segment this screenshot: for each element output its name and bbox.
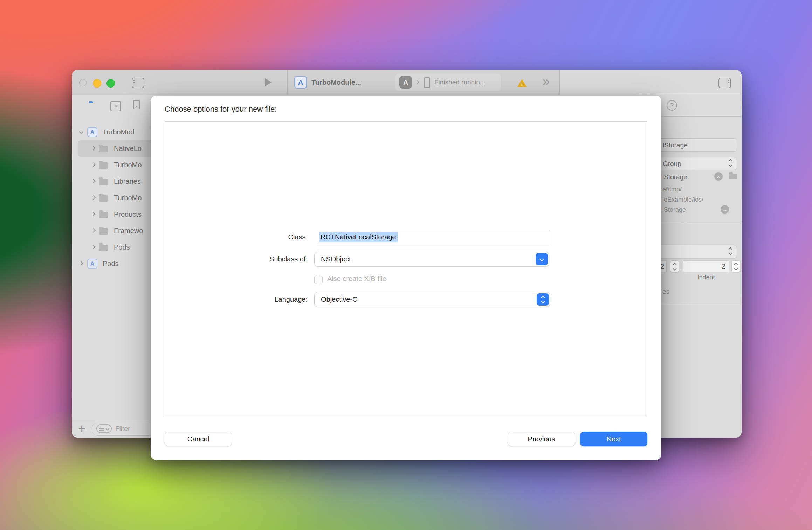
double-chevron-icon[interactable]: »: [543, 74, 550, 89]
run-play-icon[interactable]: [265, 78, 272, 86]
updown-chevrons-icon: [729, 160, 732, 166]
language-value: Objective-C: [321, 292, 357, 307]
folder-icon: [99, 212, 108, 218]
folder-icon: [99, 162, 108, 169]
xcode-project-icon: A: [87, 259, 97, 269]
inspector-panel: ? lStorage Group lStorage × ef/tmp/ leEx…: [654, 95, 742, 438]
inspector-path: ef/tmp/ leExample/ios/ lStorage: [662, 184, 703, 215]
scheme-app-icon: A: [399, 76, 412, 89]
chevron-right-icon[interactable]: [91, 228, 96, 233]
folder-icon: [99, 146, 108, 152]
xib-checkbox-label: Also create XIB file: [327, 275, 386, 283]
chevron-right-icon[interactable]: [91, 245, 96, 249]
zoom-button[interactable]: [106, 79, 115, 88]
subclass-value: NSObject: [321, 252, 351, 266]
cancel-button[interactable]: Cancel: [165, 432, 232, 446]
folder-icon: [99, 228, 108, 235]
dialog-content-box: Class: RCTNativeLocalStorage Subclass of…: [165, 121, 647, 417]
xcode-project-icon: A: [87, 127, 97, 137]
folder-icon: [99, 245, 108, 251]
add-button[interactable]: +: [78, 422, 85, 435]
wraps-partial-text: es: [662, 288, 669, 295]
divider: [654, 116, 742, 117]
chevron-down-icon[interactable]: [79, 130, 83, 134]
dialog-title: Choose options for your new file:: [165, 105, 277, 114]
reveal-arrow-icon[interactable]: →: [721, 205, 729, 214]
scheme-status-pill[interactable]: A Finished runnin...: [395, 74, 501, 91]
tab-x-square-icon[interactable]: ×: [110, 101, 121, 111]
indent-field[interactable]: 2: [683, 260, 729, 272]
inspector-toggle-icon[interactable]: [718, 78, 731, 88]
folder-icon: [99, 179, 108, 185]
divider: [654, 223, 742, 223]
language-popup[interactable]: Objective-C: [314, 292, 550, 307]
help-icon[interactable]: ?: [667, 100, 677, 111]
language-label: Language:: [165, 292, 308, 307]
subclass-label: Subclass of:: [165, 252, 308, 267]
window-title: TurboModule...: [311, 70, 361, 95]
filter-placeholder: Filter: [115, 423, 130, 435]
chevron-right-icon[interactable]: [91, 162, 96, 167]
minimize-button[interactable]: [93, 79, 101, 88]
chevron-right-icon[interactable]: [91, 146, 96, 151]
toolbar-right-section: [559, 70, 742, 95]
xib-checkbox[interactable]: [314, 276, 323, 284]
toolbar-divider: [287, 70, 288, 95]
warning-icon[interactable]: !: [517, 79, 527, 87]
chevron-right-icon[interactable]: [91, 179, 96, 183]
xcode-app-icon: A: [294, 76, 307, 89]
class-input[interactable]: RCTNativeLocalStorage: [317, 230, 550, 244]
new-file-options-dialog: Choose options for your new file: Class:…: [151, 96, 661, 460]
folder-choose-icon[interactable]: [729, 174, 737, 179]
device-icon: [424, 77, 430, 88]
class-value-selected-text: RCTNativeLocalStorage: [319, 232, 398, 242]
stepper-icon[interactable]: [731, 260, 741, 272]
chevron-right-icon[interactable]: [91, 195, 96, 200]
updown-chevrons-icon: [729, 248, 732, 254]
chevron-right-icon[interactable]: [79, 261, 83, 266]
subclass-combobox[interactable]: NSObject: [314, 252, 549, 267]
clear-icon[interactable]: ×: [714, 172, 723, 181]
next-button[interactable]: Next: [580, 432, 647, 446]
folder-icon: [99, 195, 108, 202]
bookmark-icon[interactable]: [133, 100, 140, 109]
filter-icon[interactable]: [96, 424, 112, 433]
divider: [654, 303, 742, 303]
chevron-right-icon: [415, 80, 419, 84]
stepper-icon[interactable]: [670, 260, 679, 272]
sidebar-toggle-icon[interactable]: [132, 78, 144, 88]
build-status-text: Finished runnin...: [434, 74, 486, 91]
inspector-location-value: lStorage: [662, 171, 687, 183]
toolbar-divider: [559, 70, 560, 95]
previous-button[interactable]: Previous: [508, 432, 575, 446]
chevron-down-icon[interactable]: [536, 253, 548, 265]
indent-label: Indent: [683, 274, 729, 281]
updown-chevrons-icon[interactable]: [537, 293, 549, 306]
toolbar: A TurboModule... A Finished runnin... ! …: [72, 70, 742, 95]
class-label: Class:: [165, 230, 308, 244]
chevron-right-icon[interactable]: [91, 212, 96, 216]
close-button[interactable]: [79, 79, 87, 86]
